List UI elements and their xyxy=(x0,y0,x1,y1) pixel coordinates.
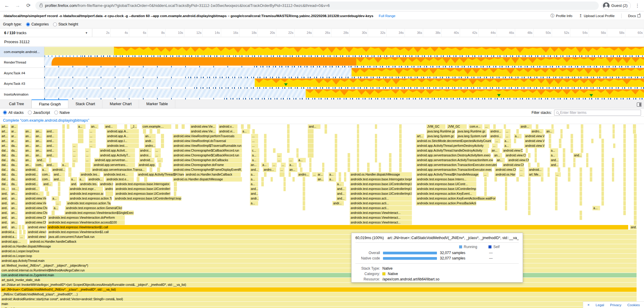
stack-frame[interactable]: an... xyxy=(10,206,18,210)
stack-frame[interactable]: art::JNI<true>::CallStaticVoidMethodV(_J… xyxy=(1,287,637,292)
stack-frame[interactable] xyxy=(150,129,153,134)
cookies-link[interactable]: Cookies xyxy=(627,303,640,307)
stack-frame[interactable]: an... xyxy=(10,225,18,230)
stack-frame[interactable] xyxy=(528,182,531,186)
stack-frame[interactable]: android.view.Cho... xyxy=(494,167,516,172)
stack-frame[interactable]: a... xyxy=(77,124,86,129)
stack-frame[interactable]: an... xyxy=(25,134,32,138)
track-activity-graph[interactable] xyxy=(44,68,644,76)
stack-frame[interactable]: androidx.test.espresso.action.Tap.access… xyxy=(69,196,112,201)
stack-frame[interactable] xyxy=(85,163,91,167)
stack-frame[interactable]: art... xyxy=(1,139,8,143)
stack-frame[interactable]: an... xyxy=(10,191,18,196)
stack-frame[interactable]: androidx.test.espresso.base.UiController… xyxy=(114,196,182,201)
stack-frame[interactable]: and... xyxy=(250,167,260,172)
stack-frame[interactable] xyxy=(505,182,508,186)
track-activity-graph[interactable] xyxy=(44,89,644,98)
url-bar[interactable]: profiler.firefox.com/from-file/flame-gra… xyxy=(35,1,599,10)
stack-frame[interactable] xyxy=(601,153,604,158)
stack-frame[interactable] xyxy=(634,158,637,162)
stack-frame[interactable] xyxy=(300,167,303,172)
stack-frame[interactable]: da... xyxy=(10,153,18,158)
stack-frame[interactable]: art::Me... xyxy=(528,172,544,177)
stack-frame[interactable]: da... xyxy=(10,148,18,153)
stack-filter-javascript[interactable]: JavaScript xyxy=(28,111,50,115)
stack-frame[interactable] xyxy=(504,124,506,129)
stack-frame[interactable]: ... xyxy=(157,158,163,162)
stack-frame[interactable] xyxy=(555,206,558,210)
stack-frame[interactable]: da... xyxy=(10,163,18,167)
stack-frame[interactable]: a... xyxy=(41,167,49,172)
stack-frame[interactable] xyxy=(19,230,22,234)
stack-frame[interactable] xyxy=(62,153,65,158)
stack-frame[interactable] xyxy=(601,139,604,143)
stack-frame[interactable]: android.app.ActivityThread$H.handleMessa… xyxy=(416,172,479,177)
stack-frame[interactable] xyxy=(571,139,573,143)
stack-frame[interactable]: android.view.Choreog... xyxy=(27,235,46,239)
stack-frame[interactable]: a... xyxy=(79,177,86,182)
stack-frame[interactable] xyxy=(623,177,626,182)
stack-frame[interactable]: da... xyxy=(10,182,18,186)
stack-frame[interactable]: android.view.V... xyxy=(524,144,545,148)
stack-frame[interactable] xyxy=(536,124,539,129)
stack-frame[interactable] xyxy=(344,172,347,177)
stack-frame[interactable]: android... xyxy=(25,172,39,177)
stack-frame[interactable]: a... xyxy=(298,158,306,162)
stack-frame[interactable]: an... xyxy=(10,211,18,215)
stack-frame[interactable]: ... xyxy=(251,144,258,148)
stack-frame[interactable]: android.app.servertransaction.Transactio… xyxy=(416,163,497,167)
stack-frame[interactable]: java.lang.System.gc xyxy=(426,134,456,138)
stack-frame[interactable] xyxy=(528,196,531,201)
stack-frame[interactable]: da... xyxy=(10,158,18,162)
stack-frame[interactable]: androidx... xyxy=(88,177,104,182)
stack-frame[interactable]: a... xyxy=(550,148,558,153)
stack-frame[interactable]: art... xyxy=(416,134,424,138)
stack-frame[interactable] xyxy=(62,139,65,143)
stack-frame[interactable] xyxy=(137,177,140,182)
stack-frame[interactable]: android.view.Choreographer$FrameDisplayE… xyxy=(173,167,242,172)
stack-frame[interactable]: ... xyxy=(494,139,500,143)
stack-frame[interactable] xyxy=(303,191,305,196)
stack-frame[interactable]: an... xyxy=(35,144,43,148)
stack-frame[interactable] xyxy=(335,144,337,148)
stack-frame[interactable] xyxy=(514,139,517,143)
stack-frame[interactable]: an... xyxy=(35,153,43,158)
stack-frame[interactable]: co... xyxy=(11,187,19,191)
stack-frame[interactable]: androidx.test.e... xyxy=(105,177,134,182)
stack-frame[interactable] xyxy=(143,129,146,134)
stack-frame[interactable]: androidx.test.espresso.base.UiController… xyxy=(350,187,412,191)
stack-frame[interactable]: ... xyxy=(281,163,286,167)
stack-frame[interactable]: com.android.internal.os.RuntimeInit$Meth… xyxy=(1,268,637,273)
stack-frame[interactable] xyxy=(601,196,604,201)
stack-frame[interactable]: an... xyxy=(90,124,99,129)
stack-frame[interactable] xyxy=(548,167,550,172)
stack-frame[interactable] xyxy=(623,196,626,201)
stack-frame[interactable]: an... xyxy=(10,201,18,206)
stack-frame[interactable] xyxy=(568,177,571,182)
stack-frame[interactable] xyxy=(399,144,402,148)
stack-frame[interactable] xyxy=(555,182,558,186)
stack-frame[interactable]: and... xyxy=(46,163,58,167)
stack-frame[interactable]: and... xyxy=(1,220,8,225)
stack-frame[interactable]: and... xyxy=(46,134,58,138)
stack-frame[interactable]: android.os.Handler.dispatchMessage xyxy=(173,177,242,182)
stack-frame[interactable]: android... xyxy=(25,167,39,172)
stack-frame[interactable] xyxy=(379,167,381,172)
stack-frame[interactable]: an... xyxy=(25,163,32,167)
stack-frame[interactable]: android.view.ViewRootImpl.doTraversal xyxy=(173,139,242,143)
stack-frame[interactable] xyxy=(161,144,164,148)
stack-frame[interactable] xyxy=(348,163,350,167)
stack-frame[interactable] xyxy=(581,134,583,138)
stack-frame[interactable] xyxy=(568,167,571,172)
stack-frame[interactable]: androidx.test.espresso.base.UiController… xyxy=(115,187,171,191)
stack-frame[interactable]: dal... xyxy=(1,148,8,153)
stack-frame[interactable]: android.view.Choreographer$CallbackRecor… xyxy=(173,148,242,153)
stack-frame[interactable]: android.view.Choreo... xyxy=(25,206,48,210)
docs-link[interactable]: Docs xyxy=(628,14,640,18)
stack-frame[interactable]: java.lang.Runtime.gc xyxy=(457,129,487,134)
stack-frame[interactable]: java.util.concurrent.FutureTask.run xyxy=(48,235,637,239)
stack-frame[interactable]: android.app.servertransaction.DestroyAct… xyxy=(416,153,491,158)
stack-frame[interactable] xyxy=(174,187,177,191)
stack-frame[interactable]: a... xyxy=(336,182,344,186)
stack-frame[interactable] xyxy=(555,191,558,196)
